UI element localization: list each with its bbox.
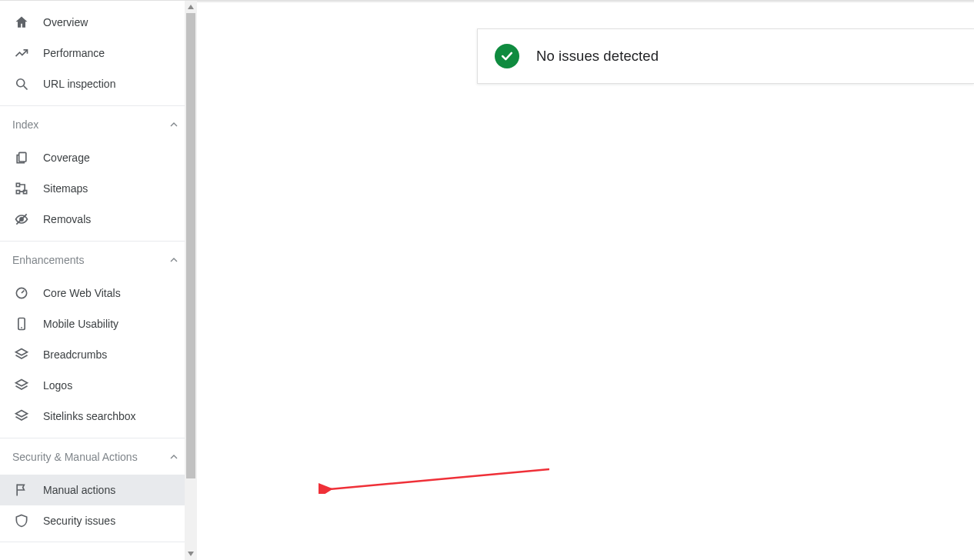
sidebar-item-removals[interactable]: Removals [0, 204, 196, 235]
sidebar-container: Overview Performance URL inspection Inde… [0, 1, 197, 560]
top-shadow [197, 1, 974, 3]
sidebar-item-label: Logos [43, 379, 72, 392]
visibility-off-icon [14, 212, 29, 227]
status-card: No issues detected [477, 28, 974, 84]
flag-icon [14, 482, 29, 498]
home-icon [14, 15, 29, 30]
sidebar-item-url-inspection[interactable]: URL inspection [0, 68, 196, 99]
main-content: No issues detected [197, 1, 974, 560]
sidebar-item-label: Performance [43, 47, 105, 59]
sidebar-item-overview[interactable]: Overview [0, 7, 196, 38]
svg-rect-3 [16, 183, 19, 186]
svg-marker-15 [188, 552, 194, 556]
app-root: Overview Performance URL inspection Inde… [0, 0, 974, 560]
sidebar-item-label: Coverage [43, 152, 90, 164]
sidebar-item-label: Security issues [43, 515, 115, 527]
trending-up-icon [14, 45, 29, 61]
svg-rect-2 [19, 152, 26, 162]
sidebar-scrollbar[interactable] [185, 1, 197, 560]
scroll-up-arrow-icon[interactable] [185, 1, 197, 13]
shield-icon [14, 513, 29, 528]
sidebar-item-manual-actions[interactable]: Manual actions [0, 475, 196, 505]
scrollbar-thumb[interactable] [186, 13, 195, 478]
sidebar-item-label: Removals [43, 213, 91, 225]
sidebar-group-header-index[interactable]: Index [0, 105, 196, 142]
layers-icon [14, 408, 29, 424]
sidebar-item-label: Overview [43, 16, 88, 28]
svg-marker-13 [16, 411, 28, 417]
svg-marker-14 [188, 5, 194, 9]
scroll-down-arrow-icon[interactable] [185, 548, 197, 560]
sidebar-item-label: Manual actions [43, 484, 115, 496]
sidebar-item-label: Mobile Usability [43, 318, 118, 330]
smartphone-icon [14, 316, 29, 332]
sidebar-group-header-enhancements[interactable]: Enhancements [0, 241, 196, 278]
sidebar-group-header-security[interactable]: Security & Manual Actions [0, 438, 196, 475]
svg-marker-12 [16, 380, 28, 386]
sidebar-item-label: Sitemaps [43, 182, 88, 195]
sitemap-icon [14, 181, 29, 196]
sidebar-item-label: URL inspection [43, 78, 115, 90]
status-message: No issues detected [536, 48, 659, 65]
sidebar: Overview Performance URL inspection Inde… [0, 1, 197, 560]
pages-icon [14, 150, 29, 165]
group-header-label: Index [12, 118, 38, 131]
scrollbar-track[interactable] [185, 13, 197, 548]
chevron-up-icon [167, 450, 181, 464]
sidebar-item-coverage[interactable]: Coverage [0, 142, 196, 173]
group-header-label: Security & Manual Actions [12, 451, 138, 463]
sidebar-item-mobile-usability[interactable]: Mobile Usability [0, 308, 196, 339]
svg-line-1 [24, 86, 28, 90]
speedometer-icon [14, 285, 29, 301]
layers-icon [14, 378, 29, 393]
group-header-label: Enhancements [12, 254, 84, 266]
layers-icon [14, 347, 29, 362]
sidebar-item-performance[interactable]: Performance [0, 38, 196, 68]
svg-rect-4 [16, 191, 19, 194]
sidebar-item-label: Core Web Vitals [43, 287, 121, 299]
sidebar-item-sitelinks-searchbox[interactable]: Sitelinks searchbox [0, 401, 196, 432]
sidebar-item-label: Sitelinks searchbox [43, 410, 136, 422]
success-check-icon [495, 44, 519, 68]
annotation-arrow [319, 466, 557, 494]
svg-point-0 [17, 79, 25, 87]
svg-line-17 [329, 469, 549, 489]
sidebar-item-security-issues[interactable]: Security issues [0, 505, 196, 536]
sidebar-item-label: Breadcrumbs [43, 348, 107, 361]
sidebar-item-logos[interactable]: Logos [0, 370, 196, 401]
sidebar-item-core-web-vitals[interactable]: Core Web Vitals [0, 278, 196, 308]
svg-marker-11 [16, 349, 28, 355]
sidebar-item-breadcrumbs[interactable]: Breadcrumbs [0, 339, 196, 370]
sidebar-item-sitemaps[interactable]: Sitemaps [0, 173, 196, 204]
chevron-up-icon [167, 253, 181, 267]
chevron-up-icon [167, 118, 181, 132]
search-icon [14, 76, 29, 92]
